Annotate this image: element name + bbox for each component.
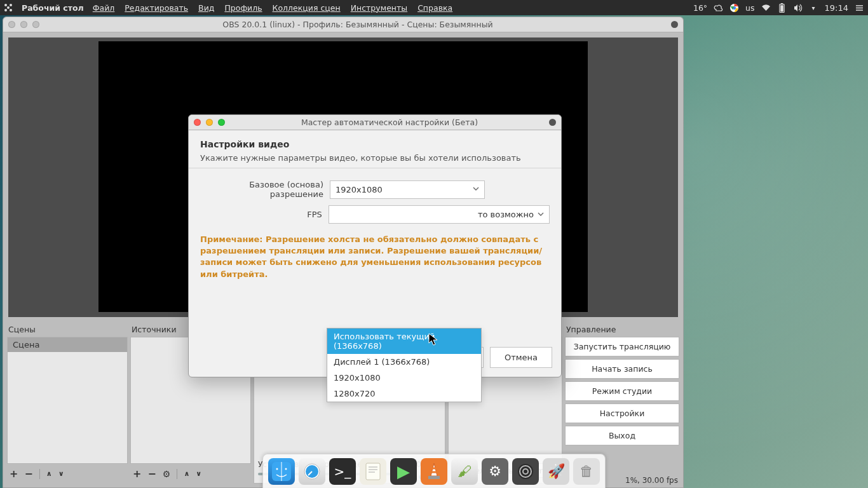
- svg-point-4: [7, 6, 10, 9]
- menu-help[interactable]: Справка: [417, 3, 452, 13]
- mouse-cursor: [428, 333, 438, 346]
- minimize-button[interactable]: [206, 119, 213, 126]
- base-resolution-select[interactable]: 1920x1080: [330, 180, 485, 199]
- source-up-button[interactable]: ∧: [184, 470, 189, 478]
- menu-icon[interactable]: [855, 3, 864, 13]
- fps-select[interactable]: то возможно: [329, 205, 550, 224]
- dropdown-option-display-1[interactable]: Дисплей 1 (868x488): [327, 354, 481, 370]
- dock-app-launcher[interactable]: 🚀: [543, 458, 569, 485]
- weather-temperature[interactable]: 16°: [693, 3, 707, 13]
- volume-icon[interactable]: [793, 3, 803, 13]
- dock-app-terminal[interactable]: >_: [329, 458, 356, 485]
- wizard-subtitle: Укажите нужные параметры видео, которые …: [200, 153, 550, 163]
- dock-trash[interactable]: 🗑: [573, 458, 600, 485]
- studio-mode-button[interactable]: Режим студии: [565, 381, 679, 401]
- top-panel: Рабочий стол Файл Редактировать Вид Проф…: [0, 0, 868, 15]
- dock-app-media-play[interactable]: ▶: [390, 458, 417, 485]
- dropdown-option-use-current[interactable]: Использовать текущий (868x488): [327, 329, 481, 354]
- obs-app-icon: [671, 21, 678, 28]
- fps-label: FPS: [200, 210, 322, 219]
- remove-scene-button[interactable]: −: [24, 468, 32, 480]
- minimize-button-inactive[interactable]: [20, 21, 27, 28]
- controls-title: Управление: [565, 323, 679, 337]
- menu-tools[interactable]: Инструменты: [351, 3, 407, 13]
- wizard-title: Мастер автоматической настройки (Бета): [230, 118, 549, 127]
- svg-rect-15: [366, 463, 380, 480]
- menu-view[interactable]: Вид: [198, 3, 214, 13]
- app-launcher-icon[interactable]: [4, 3, 14, 12]
- resolution-dropdown-popup[interactable]: Использовать текущий (868x488) Дисплей …: [327, 328, 482, 402]
- keyboard-layout-indicator[interactable]: us: [745, 3, 754, 13]
- chevron-down-icon: [538, 211, 544, 219]
- wizard-heading: Настройки видео: [200, 139, 550, 149]
- remove-source-button[interactable]: −: [147, 468, 156, 480]
- scenes-dock: Сцены Сцена + − ∧ ∨: [7, 323, 128, 484]
- dock-app-safari[interactable]: [299, 458, 325, 485]
- start-streaming-button[interactable]: Запустить трансляцию: [565, 337, 679, 356]
- dropdown-option-1920x1080[interactable]: 1920x1080: [327, 370, 481, 386]
- dock-app-text-editor[interactable]: [360, 458, 386, 485]
- wifi-icon[interactable]: [761, 3, 771, 13]
- weather-icon[interactable]: [714, 3, 723, 13]
- cancel-button[interactable]: Отмена: [490, 347, 552, 368]
- close-button-inactive[interactable]: [8, 21, 15, 28]
- add-scene-button[interactable]: +: [10, 468, 18, 480]
- scene-down-button[interactable]: ∨: [58, 470, 64, 478]
- wizard-app-icon: [549, 119, 556, 126]
- dropdown-option-1280x720[interactable]: 1280x720: [327, 386, 481, 402]
- wizard-note: Примечание: Разрешение холста не обязате…: [200, 234, 550, 280]
- scene-item[interactable]: Сцена: [8, 337, 127, 352]
- desktop-label: Рабочий стол: [22, 3, 84, 13]
- maximize-button-inactive[interactable]: [32, 21, 39, 28]
- battery-icon[interactable]: [777, 3, 787, 13]
- svg-point-3: [10, 9, 12, 11]
- obs-titlebar[interactable]: OBS 20.0.1 (linux) - Профиль: Безымянный…: [3, 17, 683, 32]
- exit-button[interactable]: Выход: [565, 426, 679, 445]
- system-tray: 16° us ▾ 19:14: [693, 3, 864, 13]
- dock[interactable]: >_ ▶ 🖌 ⚙ 🚀 🗑: [262, 454, 606, 488]
- dock-app-obs[interactable]: [512, 458, 539, 485]
- svg-rect-16: [428, 476, 440, 479]
- menu-scene-collection[interactable]: Коллекция сцен: [273, 3, 341, 13]
- svg-point-12: [285, 468, 287, 470]
- dock-app-finder[interactable]: [268, 458, 295, 485]
- fps-value: то возможно: [478, 210, 534, 219]
- chevron-down-icon[interactable]: ▾: [809, 3, 818, 13]
- window-title: OBS 20.0.1 (linux) - Профиль: Безымянный…: [44, 20, 671, 29]
- menu-file[interactable]: Файл: [93, 3, 115, 13]
- menu-edit[interactable]: Редактировать: [125, 3, 188, 13]
- wizard-titlebar[interactable]: Мастер автоматической настройки (Бета): [189, 115, 561, 130]
- dock-app-vlc[interactable]: [421, 458, 447, 485]
- base-resolution-label: Базовое (основа) разрешение: [200, 180, 323, 199]
- add-source-button[interactable]: +: [133, 468, 141, 480]
- scenes-list[interactable]: Сцена: [7, 337, 128, 464]
- svg-point-2: [4, 9, 7, 11]
- start-recording-button[interactable]: Начать запись: [565, 359, 679, 379]
- svg-rect-9: [780, 5, 783, 11]
- menu-profile[interactable]: Профиль: [224, 3, 262, 13]
- clock[interactable]: 19:14: [825, 3, 848, 13]
- scene-up-button[interactable]: ∧: [46, 470, 52, 478]
- source-down-button[interactable]: ∨: [196, 470, 201, 478]
- source-settings-button[interactable]: ⚙: [163, 469, 171, 479]
- chrome-icon[interactable]: [729, 3, 739, 13]
- status-bar: 1%, 30.00 fps: [625, 476, 678, 485]
- maximize-button[interactable]: [218, 119, 225, 126]
- svg-point-11: [276, 468, 278, 470]
- scenes-title: Сцены: [7, 323, 128, 337]
- close-button[interactable]: [194, 119, 201, 126]
- dock-app-image-editor[interactable]: 🖌: [451, 458, 478, 485]
- svg-point-1: [10, 4, 12, 6]
- settings-button[interactable]: Настройки: [565, 403, 679, 423]
- base-resolution-value: 1920x1080: [336, 185, 383, 194]
- svg-point-0: [4, 4, 7, 6]
- chevron-down-icon: [473, 186, 479, 193]
- dock-app-system-settings[interactable]: ⚙: [482, 458, 508, 485]
